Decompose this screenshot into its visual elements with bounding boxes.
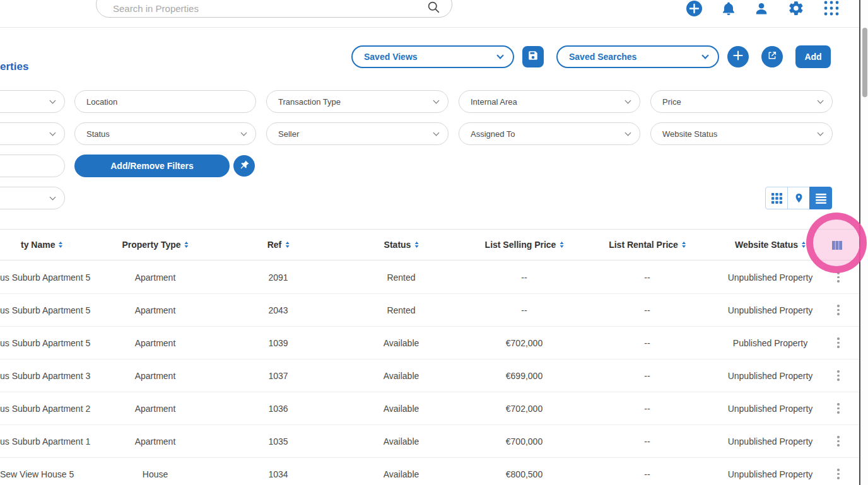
plus-circle-icon[interactable] — [686, 0, 703, 20]
grid-view-icon[interactable] — [765, 187, 788, 209]
cell-selling-price: -- — [521, 294, 527, 326]
filter-price[interactable]: Price — [650, 90, 833, 113]
header-property-type[interactable]: Property Type — [122, 230, 188, 260]
chevron-down-icon — [496, 52, 503, 59]
sort-icon[interactable] — [185, 242, 189, 248]
cell-ref: 1034 — [268, 458, 288, 485]
cell-property-type: House — [143, 458, 168, 485]
profile-icon[interactable] — [754, 1, 769, 18]
cell-selling-price: €800,500 — [506, 458, 542, 485]
cell-status: Available — [384, 458, 419, 485]
saved-views-dropdown[interactable]: Saved Views — [351, 45, 514, 68]
saved-searches-dropdown[interactable]: Saved Searches — [556, 45, 719, 68]
columns-icon[interactable] — [829, 238, 845, 255]
gear-icon[interactable] — [788, 0, 804, 19]
view-toggle — [765, 187, 832, 209]
sort-icon[interactable] — [59, 242, 62, 248]
cell-property-name: us Suburb Apartment 5 — [0, 294, 90, 326]
cell-status: Rented — [387, 294, 415, 326]
chevron-down-icon — [625, 98, 631, 104]
filter-transaction-type[interactable]: Transaction Type — [266, 90, 449, 113]
header-status[interactable]: Status — [384, 230, 419, 260]
cell-website-status: Unpublished Property — [728, 425, 813, 457]
filter-input-clipped[interactable] — [0, 155, 65, 177]
kebab-menu-icon[interactable] — [834, 425, 843, 457]
cell-website-status: Unpublished Property — [728, 458, 813, 485]
save-view-button[interactable] — [522, 46, 544, 67]
table-row[interactable]: us Suburb Apartment 5 Apartment 2043 Ren… — [0, 294, 859, 327]
cell-ref: 2091 — [268, 261, 288, 293]
add-button[interactable]: Add — [795, 45, 831, 68]
cell-website-status: Unpublished Property — [728, 359, 813, 392]
kebab-menu-icon[interactable] — [834, 294, 843, 326]
header-website-status[interactable]: Website Status — [735, 230, 806, 260]
filter-seller[interactable]: Seller — [266, 122, 449, 145]
header-ref[interactable]: Ref — [267, 230, 290, 260]
app-screen: erties Saved Views Saved Searches Add Lo… — [0, 0, 868, 485]
table-row[interactable]: us Suburb Apartment 1 Apartment 1035 Ava… — [0, 425, 859, 458]
search-icon[interactable] — [427, 1, 440, 16]
sort-icon[interactable] — [414, 242, 418, 248]
sort-icon[interactable] — [802, 242, 806, 248]
export-button[interactable] — [761, 46, 783, 67]
header-list-rental-price[interactable]: List Rental Price — [609, 230, 686, 260]
chevron-down-icon — [433, 130, 440, 136]
map-view-icon[interactable] — [787, 187, 810, 209]
table-row[interactable]: us Suburb Apartment 5 Apartment 2091 Ren… — [0, 261, 859, 294]
search-input[interactable] — [113, 1, 416, 16]
kebab-menu-icon[interactable] — [834, 327, 843, 359]
filter-label: Status — [86, 129, 110, 139]
kebab-menu-icon[interactable] — [834, 261, 843, 293]
cell-selling-price: €702,000 — [506, 327, 542, 359]
table-row[interactable]: us Suburb Apartment 3 Apartment 1037 Ava… — [0, 359, 859, 392]
cell-property-name: us Suburb Apartment 5 — [0, 327, 90, 359]
vertical-scrollbar[interactable] — [859, 0, 868, 485]
scrollbar-thumb[interactable] — [862, 28, 867, 97]
apps-grid-icon[interactable] — [823, 0, 840, 19]
filter-assigned-to[interactable]: Assigned To — [459, 122, 640, 145]
chevron-down-icon — [50, 98, 56, 104]
filter-dropdown-clipped-1[interactable] — [0, 90, 65, 113]
table-header: ty Name Property Type Ref Status List Se… — [0, 229, 859, 260]
header-property-name[interactable]: ty Name — [21, 230, 62, 260]
add-search-button[interactable] — [727, 46, 749, 67]
chevron-down-icon — [818, 98, 824, 104]
table-row[interactable]: Sew View House 5 House 1034 Available €8… — [0, 458, 859, 485]
filter-dropdown-clipped-3[interactable] — [0, 187, 65, 209]
chevron-down-icon — [241, 130, 247, 136]
save-icon — [527, 50, 539, 64]
add-remove-filters-button[interactable]: Add/Remove Filters — [74, 155, 230, 177]
table-row[interactable]: us Suburb Apartment 5 Apartment 1039 Ava… — [0, 327, 859, 359]
filter-dropdown-clipped-2[interactable] — [0, 122, 65, 145]
cell-ref: 1035 — [268, 425, 288, 457]
cell-selling-price: €700,000 — [506, 425, 542, 457]
filter-label: Internal Area — [471, 97, 517, 107]
table-row[interactable]: us Suburb Apartment 2 Apartment 1036 Ava… — [0, 392, 859, 425]
filter-status[interactable]: Status — [74, 122, 256, 145]
cell-status: Available — [384, 392, 419, 424]
sort-icon[interactable] — [682, 242, 686, 248]
list-view-icon[interactable] — [809, 187, 832, 209]
cell-ref: 2043 — [268, 294, 288, 326]
chevron-down-icon — [701, 52, 708, 59]
filter-location[interactable]: Location — [74, 90, 256, 113]
chevron-down-icon — [50, 194, 56, 201]
bell-icon[interactable] — [721, 1, 736, 19]
cell-rental-price: -- — [644, 425, 650, 457]
sort-icon[interactable] — [285, 242, 289, 248]
cell-status: Available — [384, 327, 419, 359]
header-list-selling-price[interactable]: List Selling Price — [485, 230, 564, 260]
kebab-menu-icon[interactable] — [834, 392, 843, 424]
filter-internal-area[interactable]: Internal Area — [459, 90, 640, 113]
cell-rental-price: -- — [644, 392, 650, 424]
sort-icon[interactable] — [560, 242, 563, 248]
pin-filters-button[interactable] — [233, 155, 255, 177]
cell-rental-price: -- — [644, 294, 650, 326]
filter-label: Transaction Type — [278, 97, 341, 107]
filter-label: Seller — [278, 129, 299, 139]
filter-website-status[interactable]: Website Status — [650, 122, 833, 145]
kebab-menu-icon[interactable] — [834, 458, 843, 485]
pin-icon — [239, 160, 250, 173]
kebab-menu-icon[interactable] — [834, 359, 843, 392]
cell-rental-price: -- — [644, 458, 650, 485]
